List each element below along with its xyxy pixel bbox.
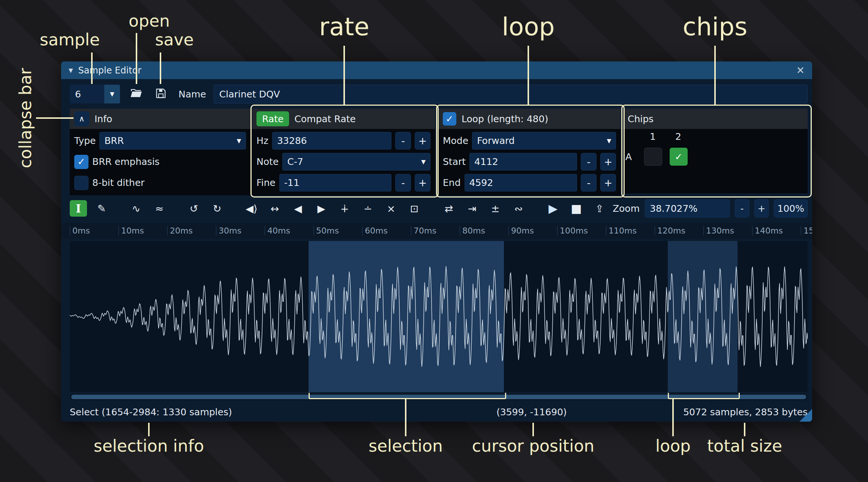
filter-button[interactable]: ∾ bbox=[510, 200, 527, 217]
loop-end-decrement-button[interactable]: - bbox=[581, 174, 597, 192]
sample-name-input[interactable] bbox=[214, 85, 808, 103]
selection-bracket bbox=[309, 393, 506, 399]
annotation-line bbox=[528, 46, 529, 105]
ruler-tick: 20ms bbox=[167, 226, 193, 235]
undo-button[interactable]: ↺ bbox=[185, 200, 202, 217]
info-panel-title: Info bbox=[94, 114, 112, 124]
loop-end-increment-button[interactable]: + bbox=[600, 174, 616, 192]
sample-header-row: 6 ▼ Name bbox=[70, 85, 808, 103]
loop-start-decrement-button[interactable]: - bbox=[581, 153, 597, 171]
loop-enable-checkbox[interactable]: ✓ bbox=[443, 112, 456, 126]
redo-button[interactable]: ↻ bbox=[208, 200, 226, 217]
edit-mode-button[interactable]: I bbox=[70, 200, 87, 217]
type-value: BRR bbox=[104, 135, 124, 146]
insert-silence-button[interactable]: ∔ bbox=[336, 200, 353, 217]
close-button[interactable]: ✕ bbox=[796, 64, 805, 76]
ruler-tick: 150ms bbox=[801, 226, 812, 235]
rate-panel-title: Compat Rate bbox=[294, 114, 355, 124]
ruler-tick: 80ms bbox=[460, 226, 485, 235]
timeline-ruler[interactable]: 0ms10ms20ms30ms40ms50ms60ms70ms80ms90ms1… bbox=[61, 223, 812, 239]
loop-start-increment-button[interactable]: + bbox=[600, 153, 616, 171]
annotation-line bbox=[405, 398, 406, 436]
annotation-save: save bbox=[155, 30, 194, 49]
waveform-display[interactable] bbox=[70, 241, 808, 392]
resample-button[interactable]: ∿ bbox=[127, 200, 145, 217]
delete-button[interactable]: × bbox=[382, 200, 400, 217]
info-panel: ∧ Info Type BRR ▼ ✓ BRR emphasis bbox=[70, 109, 250, 193]
preview-cursor-button[interactable]: ⇥ bbox=[463, 200, 481, 217]
loop-mode-dropdown[interactable]: Forward ▼ bbox=[472, 132, 616, 150]
hz-input[interactable] bbox=[272, 132, 391, 150]
screenshot-background: ▼ Sample Editor ✕ 6 ▼ Name bbox=[0, 0, 868, 482]
play-button[interactable]: ▶ bbox=[544, 200, 562, 217]
zoom-in-button[interactable]: + bbox=[754, 199, 769, 217]
loop-end-label: End bbox=[443, 177, 461, 188]
note-label: Note bbox=[256, 156, 279, 167]
ruler-tick: 40ms bbox=[265, 226, 290, 235]
window-collapse-icon[interactable]: ▼ bbox=[69, 67, 73, 74]
fine-input[interactable] bbox=[279, 174, 391, 192]
collapse-bar-button[interactable]: ∧ bbox=[74, 111, 89, 126]
ruler-tick: 50ms bbox=[313, 226, 339, 235]
dither-checkbox[interactable] bbox=[74, 176, 88, 190]
draw-mode-button[interactable]: ✎ bbox=[93, 200, 110, 217]
annotation-line bbox=[160, 52, 161, 84]
sample-select-dropdown[interactable]: 6 ▼ bbox=[70, 85, 120, 103]
chevron-up-icon: ∧ bbox=[79, 114, 84, 123]
loop-mode-value: Forward bbox=[477, 135, 515, 146]
rate-panel: Rate Compat Rate Hz - + Note C-7 ▼ bbox=[252, 109, 435, 193]
toolbar-icon-group: I✎∿≈↺↻◀⟩↔◀▶∔∸×⊡⇄⇥±∾▶■⇪ bbox=[70, 200, 608, 217]
chevron-down-icon: ▼ bbox=[237, 138, 241, 144]
total-size-text: 5072 samples, 2853 bytes bbox=[683, 407, 808, 418]
fade-in-button[interactable]: ◀ bbox=[289, 200, 307, 217]
floppy-disk-icon bbox=[155, 87, 167, 101]
loop-end-input[interactable] bbox=[465, 174, 577, 192]
sample-number: 6 bbox=[70, 89, 104, 100]
selection-info-text: Select (1654-2984: 1330 samples) bbox=[70, 407, 232, 418]
hz-increment-button[interactable]: + bbox=[415, 132, 430, 150]
zoom-reset-button[interactable]: 100% bbox=[774, 199, 808, 217]
open-button[interactable] bbox=[127, 85, 145, 103]
rate-button[interactable]: Rate bbox=[256, 111, 289, 126]
zoom-out-button[interactable]: - bbox=[735, 199, 749, 217]
chips-panel-title: Chips bbox=[628, 114, 654, 124]
create-wave-button[interactable]: ≈ bbox=[151, 200, 168, 217]
ruler-tick: 90ms bbox=[508, 226, 534, 235]
loop-panel-title: Loop (length: 480) bbox=[462, 114, 548, 124]
ruler-tick: 70ms bbox=[411, 226, 436, 235]
chip-1-checkbox[interactable] bbox=[644, 148, 662, 166]
open-folder-icon bbox=[130, 87, 142, 101]
chip-column-1: 1 bbox=[644, 131, 661, 142]
trim-button[interactable]: ⊡ bbox=[406, 200, 423, 217]
upload-button[interactable]: ⇪ bbox=[591, 200, 608, 217]
fine-increment-button[interactable]: + bbox=[415, 174, 430, 192]
reverse-button[interactable]: ⇄ bbox=[440, 200, 457, 217]
dither-label: 8-bit dither bbox=[92, 177, 145, 188]
amplify-button[interactable]: ◀⟩ bbox=[243, 200, 260, 217]
chevron-down-icon[interactable]: ▼ bbox=[104, 85, 120, 103]
loop-start-label: Start bbox=[443, 156, 466, 167]
note-dropdown[interactable]: C-7 ▼ bbox=[282, 153, 430, 171]
zoom-value[interactable]: 38.7027% bbox=[645, 199, 730, 217]
status-bar: Select (1654-2984: 1330 samples) (3599, … bbox=[70, 404, 808, 421]
normalize-button[interactable]: ↔ bbox=[266, 200, 283, 217]
chip-row-label: A bbox=[625, 151, 632, 162]
hz-decrement-button[interactable]: - bbox=[395, 132, 411, 150]
ruler-tick: 110ms bbox=[606, 226, 637, 235]
window-titlebar[interactable]: ▼ Sample Editor ✕ bbox=[61, 61, 812, 79]
type-dropdown[interactable]: BRR ▼ bbox=[99, 132, 246, 150]
signed-unsigned-button[interactable]: ± bbox=[487, 200, 504, 217]
check-icon: ✓ bbox=[78, 156, 85, 167]
fade-out-button[interactable]: ▶ bbox=[313, 200, 330, 217]
save-button[interactable] bbox=[152, 85, 169, 103]
loop-start-input[interactable] bbox=[469, 153, 577, 171]
resize-grip[interactable] bbox=[799, 409, 812, 422]
stop-button[interactable]: ■ bbox=[568, 200, 585, 217]
ruler-tick: 140ms bbox=[752, 226, 783, 235]
apply-silence-button[interactable]: ∸ bbox=[359, 200, 376, 217]
fine-decrement-button[interactable]: - bbox=[395, 174, 411, 192]
chip-2-checkbox[interactable]: ✓ bbox=[670, 148, 688, 166]
hz-label: Hz bbox=[256, 135, 268, 146]
loop-panel-header: ✓ Loop (length: 480) bbox=[438, 109, 621, 129]
brr-emphasis-checkbox[interactable]: ✓ bbox=[74, 155, 88, 169]
